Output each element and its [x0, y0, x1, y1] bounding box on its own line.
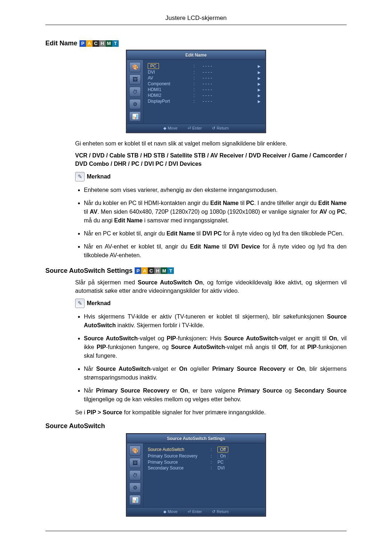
osd-row: PC:- - - -▶: [147, 63, 261, 69]
tag-h-icon: H: [99, 40, 106, 47]
heading-text: Edit Name: [45, 40, 77, 47]
osd-footer: ◆Move ⏎Enter ↺Return: [127, 124, 265, 132]
timer-icon: ⏱: [129, 470, 141, 480]
heading-sas: Source AutoSwitch: [45, 422, 347, 430]
list-item: Når Primary Source Recovery er On, er ba…: [84, 386, 347, 404]
osd-row: Secondary Source:DVI: [147, 465, 261, 471]
move-icon: ◆: [163, 509, 166, 514]
heading-edit-name: Edit Name P A C H M T: [45, 40, 347, 47]
palette-icon: 🎨: [129, 446, 141, 456]
gear-icon: ⚙: [129, 483, 141, 493]
enter-icon: ⏎: [188, 509, 191, 514]
tag-p-icon: P: [135, 267, 141, 274]
heading-sas-settings: Source AutoSwitch Settings P A C H M T: [45, 267, 347, 275]
list-item: Hvis skjermens TV-kilde er aktiv (TV-tun…: [84, 312, 347, 330]
osd-row: AV:- - - -▶: [147, 75, 261, 81]
paragraph: Se i PIP > Source for kompatible signale…: [75, 408, 347, 416]
osd-row: HDMI2:- - - -▶: [147, 93, 261, 98]
return-icon: ↺: [212, 509, 215, 514]
tag-a-icon: A: [141, 267, 148, 274]
picture-icon: 🖼: [129, 74, 141, 85]
tag-h-icon: H: [154, 267, 161, 274]
enter-icon: ⏎: [188, 126, 191, 131]
osd-list: PC:- - - -▶ DVI:- - - -▶ AV:- - - -▶ Com…: [147, 63, 261, 104]
osd-sidebar: 🎨 🖼 ⏱ ⚙ 📊: [127, 443, 143, 507]
osd-row: Primary Source:PC: [147, 459, 261, 465]
tag-m-icon: M: [106, 40, 112, 47]
list-item: Source AutoSwitch-valget og PIP-funksjon…: [84, 334, 347, 360]
tag-c-icon: C: [148, 267, 154, 274]
osd-row: DVI:- - - -▶: [147, 69, 261, 75]
tag-t-icon: T: [112, 40, 119, 47]
paragraph-bold: VCR / DVD / Cable STB / HD STB / Satelli…: [75, 151, 347, 168]
osd-sidebar: 🎨 🖼 ⏱ ⚙ 📊: [127, 60, 143, 124]
osd-title: Source AutoSwitch Settings: [127, 434, 265, 443]
list-item: Når Source AutoSwitch-valget er On og/el…: [84, 365, 347, 382]
tag-m-icon: M: [161, 267, 167, 274]
picture-icon: 🖼: [129, 458, 141, 468]
tag-c-icon: C: [93, 40, 99, 47]
osd-list: Source AutoSwitch:Off Primary Source Rec…: [147, 446, 261, 471]
tag-a-icon: A: [86, 40, 93, 47]
paragraph: Slår på skjermen med Source AutoSwitch O…: [75, 278, 347, 295]
palette-icon: 🎨: [129, 62, 141, 72]
tag-t-icon: T: [167, 267, 174, 274]
timer-icon: ⏱: [129, 87, 141, 97]
note-label: Merknad: [87, 300, 111, 307]
osd-row: Primary Source Recovery:On: [147, 453, 261, 459]
note-list: Hvis skjermens TV-kilde er aktiv (TV-tun…: [75, 312, 347, 404]
note-list: Enhetene som vises varierer, avhengig av…: [75, 186, 347, 260]
bars-icon: 📊: [129, 111, 141, 122]
gear-icon: ⚙: [129, 99, 141, 109]
note-icon: ✎: [75, 299, 85, 308]
bars-icon: 📊: [129, 495, 141, 505]
osd-row: Component:- - - -▶: [147, 81, 261, 87]
tag-row: P A C H M T: [79, 40, 119, 47]
note-icon: ✎: [75, 172, 85, 181]
paragraph: Gi enheten som er koblet til et navn sli…: [75, 139, 347, 148]
tag-p-icon: P: [79, 40, 86, 47]
osd-edit-name: Edit Name 🎨 🖼 ⏱ ⚙ 📊 PC:- - - -▶ DVI:- - …: [126, 50, 266, 133]
osd-sas: Source AutoSwitch Settings 🎨 🖼 ⏱ ⚙ 📊 Sou…: [126, 434, 266, 516]
list-item: Enhetene som vises varierer, avhengig av…: [84, 186, 347, 194]
list-item: Når en PC er koblet til, angir du Edit N…: [84, 229, 347, 238]
osd-title: Edit Name: [127, 51, 265, 60]
arrow-icon: ▶: [244, 63, 261, 69]
list-item: Når du kobler en PC til HDMI-kontakten a…: [84, 199, 347, 225]
tag-row: P A C H M T: [135, 267, 174, 274]
osd-row: DisplayPort:- - - -▶: [147, 98, 261, 104]
osd-row: Source AutoSwitch:Off: [147, 446, 261, 453]
list-item: Når en AV-enhet er koblet til, angir du …: [84, 242, 347, 260]
osd-footer: ◆Move ⏎Enter ↺Return: [127, 507, 265, 516]
osd-row: HDMI1:- - - -▶: [147, 87, 261, 93]
page-header: Justere LCD-skjermen: [45, 15, 347, 22]
heading-text: Source AutoSwitch Settings: [45, 267, 132, 275]
divider: [45, 531, 347, 531]
move-icon: ◆: [163, 126, 166, 131]
note-label: Merknad: [87, 173, 111, 180]
return-icon: ↺: [212, 126, 215, 131]
divider: [45, 25, 347, 25]
